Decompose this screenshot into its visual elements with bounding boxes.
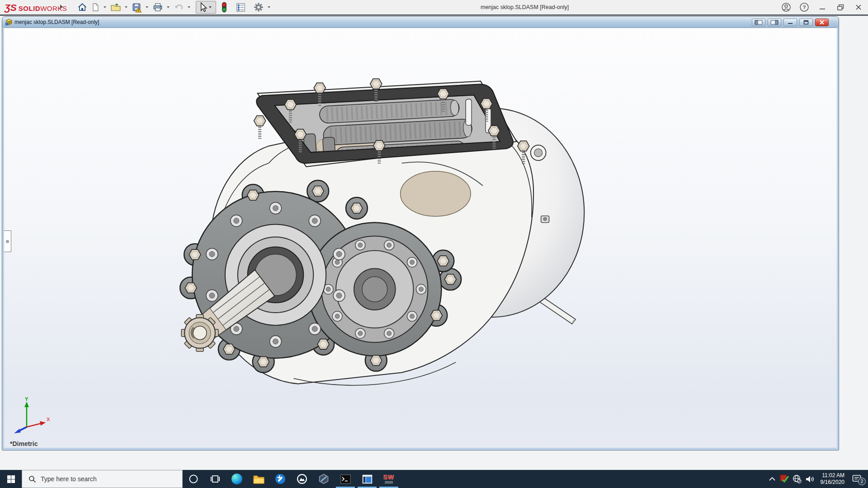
taskbar-item-edge[interactable] [226,470,248,488]
taskbar-item-task-view[interactable] [204,470,226,488]
doc-close-button[interactable] [815,19,829,26]
chevron-up-icon [769,476,776,482]
feature-pane-collapsed-tab[interactable] [4,230,11,252]
document-window-controls [752,19,829,26]
document-title-bar[interactable]: menjac sklop.SLDASM [Read-only] [2,17,839,28]
window-app-icon [362,474,373,484]
print-button[interactable] [151,1,165,13]
hidden-icons-button[interactable] [766,470,778,488]
rebuild-traffic-light-icon [220,1,228,13]
close-icon [855,4,862,11]
save-button[interactable] [130,1,143,13]
cortana-icon [189,474,198,484]
print-icon [152,2,163,12]
options-gear-icon [253,2,264,13]
guide-pin [466,99,472,125]
solidworks-tray-item[interactable] [778,470,791,488]
open-icon [110,2,121,12]
app-title-bar: ƷS SOLID WORKS [0,0,868,14]
new-document-dropdown[interactable] [104,6,106,8]
taskbar-search-input[interactable]: Type here to search [22,470,183,488]
undo-icon [174,2,184,12]
gearbox-assembly-model[interactable] [4,28,837,448]
app-window-controls: ? [780,0,864,14]
options-button[interactable] [252,1,265,13]
home-icon [77,2,87,12]
doc-toggle-left-pane-button[interactable] [752,19,765,26]
print-dropdown[interactable] [167,6,170,8]
user-account-button[interactable] [780,1,792,13]
select-arrow-icon [198,2,208,13]
solidworks-logo-mark: ƷS [5,2,17,13]
taskbar-item-dev-app[interactable] [313,470,335,488]
windows-logo-icon [7,475,15,483]
open-dropdown[interactable] [125,6,127,8]
app-restore-button[interactable] [835,1,846,13]
network-globe-icon [793,474,802,483]
desktop: ƷS SOLID WORKS [0,0,868,488]
save-dropdown[interactable] [146,6,148,8]
taskbar-item-cortana[interactable] [183,470,204,488]
network-tray-item[interactable] [791,470,803,488]
windows-taskbar: Type here to search [0,470,868,488]
document-title: menjac sklop.SLDASM [Read-only] [14,19,99,25]
spline-end [181,314,218,352]
taskbar-item-window-app[interactable] [356,470,378,488]
rebuild-button[interactable] [219,1,230,13]
start-button[interactable] [0,470,22,488]
settings-tool-icon [275,474,286,484]
options-dropdown[interactable] [268,6,270,8]
solidworks-year: 2020 [385,481,393,484]
new-document-button[interactable] [90,1,101,13]
clock-tray-item[interactable]: 11:02 AM 9/16/2020 [817,470,848,488]
minimize-icon [819,4,826,11]
tray-date: 9/16/2020 [821,479,844,486]
command-prompt-icon [340,474,351,484]
select-tool-dropdown[interactable] [209,6,212,8]
task-view-icon [210,474,220,484]
save-icon [132,2,142,13]
user-account-icon [781,2,791,12]
taskbar-item-command-prompt[interactable] [335,470,356,488]
doc-minimize-button[interactable] [783,19,797,26]
help-icon: ? [799,2,809,12]
action-center-button[interactable]: 2 [848,470,866,488]
search-icon [28,475,36,483]
triad-x-label: X [47,417,50,422]
graphics-viewport[interactable]: Y X *Dimetric [4,28,837,448]
volume-tray-item[interactable] [803,470,817,488]
help-button[interactable]: ? [798,1,810,13]
pane-handle-dot [6,240,9,243]
file-properties-icon [236,2,246,13]
app-window-title: menjac sklop.SLDASM [Read-only] [481,4,569,10]
taskbar-icons: SW 2020 [183,470,400,488]
app-close-button[interactable] [853,1,864,13]
quick-access-toolbar [76,0,273,14]
doc-toggle-right-pane-button[interactable] [768,19,781,26]
app-minimize-button[interactable] [816,1,828,13]
system-tray: 11:02 AM 9/16/2020 2 [766,470,866,488]
select-tool-button[interactable] [196,1,216,14]
taskbar-item-photos[interactable] [291,470,313,488]
notification-count-badge: 2 [858,478,866,485]
undo-button[interactable] [172,1,185,13]
taskbar-item-file-explorer[interactable] [248,470,269,488]
open-button[interactable] [109,1,123,13]
assembly-file-icon [5,19,13,26]
view-orientation-label: *Dimetric [10,440,38,447]
doc-restore-button[interactable] [799,19,813,26]
undo-dropdown[interactable] [188,6,190,8]
internal-gear-face [401,171,471,216]
triad-y-label: Y [25,396,28,402]
document-window: menjac sklop.SLDASM [Read-only] [2,16,839,450]
taskbar-item-solidworks[interactable]: SW 2020 [378,470,400,488]
tray-time: 11:02 AM [822,472,844,479]
mdi-client-area: menjac sklop.SLDASM [Read-only] [0,16,868,470]
search-placeholder: Type here to search [41,475,97,483]
edge-icon [231,474,242,484]
toolbar-expand-arrow[interactable] [60,5,63,9]
photos-icon [297,474,307,484]
file-properties-button[interactable] [234,1,247,13]
taskbar-item-settings-tool[interactable] [269,470,291,488]
home-button[interactable] [76,1,89,13]
